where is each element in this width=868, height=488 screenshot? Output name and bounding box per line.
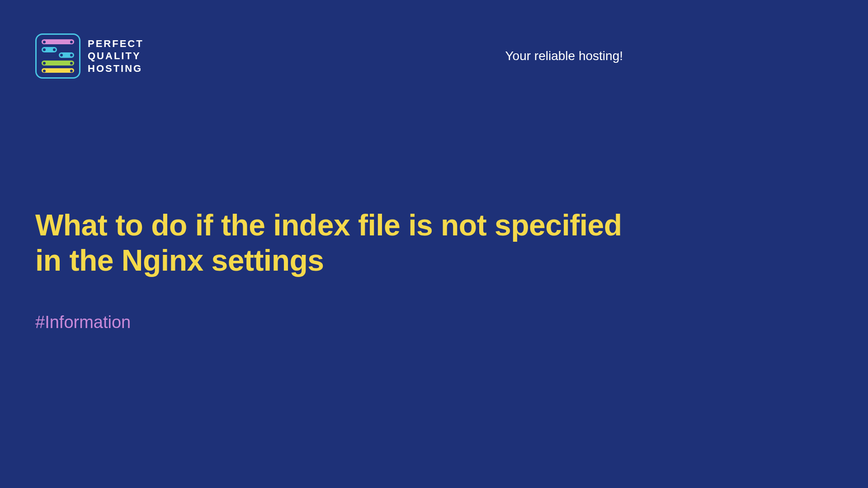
content: What to do if the index file is not spec… bbox=[35, 208, 623, 332]
logo-bar-icon bbox=[42, 68, 74, 73]
header: PERFECT QUALITY HOSTING Your reliable ho… bbox=[35, 33, 623, 79]
tagline: Your reliable hosting! bbox=[505, 49, 623, 63]
hashtag: #Information bbox=[35, 313, 623, 332]
brand-line-2: QUALITY bbox=[88, 50, 144, 62]
brand-line-3: HOSTING bbox=[88, 62, 144, 75]
brand-line-1: PERFECT bbox=[88, 38, 144, 50]
brand-name: PERFECT QUALITY HOSTING bbox=[88, 38, 144, 75]
logo-bar-icon bbox=[42, 47, 74, 58]
page-title: What to do if the index file is not spec… bbox=[35, 208, 623, 278]
logo-bar-icon bbox=[42, 39, 74, 44]
brand-logo: PERFECT QUALITY HOSTING bbox=[35, 33, 144, 79]
logo-bar-icon bbox=[42, 61, 74, 66]
logo-icon bbox=[35, 33, 80, 79]
